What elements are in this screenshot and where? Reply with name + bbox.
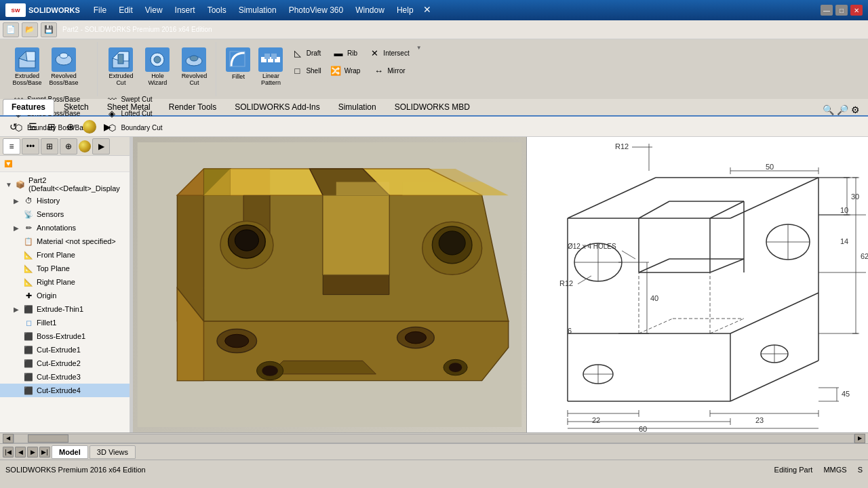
menu-file[interactable]: File [88, 4, 112, 16]
intersect-button[interactable]: ✕ Intersect [364, 45, 413, 61]
cut-extrude2-label: Cut-Extrude2 [37, 359, 124, 367]
panel-tab-custom[interactable]: ⊕ [60, 138, 77, 155]
drawing-view[interactable]: R12 Ø12 x 4 HOLES R12 50 [526, 137, 868, 432]
svg-text:110: 110 [673, 431, 685, 432]
tree-item-fillet1[interactable]: ◻ Fillet1 [0, 316, 130, 329]
front-plane-label: Front Plane [37, 251, 124, 259]
menu-insert[interactable]: Insert [170, 4, 201, 16]
tree-view-button[interactable]: ⊞ [43, 119, 60, 135]
more-features-arrow[interactable]: ▼ [416, 45, 422, 51]
search-filter-icon[interactable]: 🔎 [837, 104, 848, 115]
nav-last-button[interactable]: ▶| [39, 447, 50, 458]
menu-window[interactable]: Window [350, 4, 390, 16]
tab-features[interactable]: Features [3, 99, 54, 115]
tree-item-history[interactable]: ▶ ⏱ History [0, 194, 130, 207]
tab-sketch[interactable]: Sketch [55, 99, 98, 115]
svg-text:45: 45 [842, 390, 850, 398]
history-arrow: ▶ [14, 197, 20, 205]
menu-edit[interactable]: Edit [113, 4, 138, 16]
menu-tools[interactable]: Tools [202, 4, 232, 16]
linear-pattern-button[interactable]: LinearPattern [254, 45, 287, 92]
menu-simulation[interactable]: Simulation [233, 4, 282, 16]
tab-render-tools[interactable]: Render Tools [160, 99, 226, 115]
wrap-button[interactable]: 🔀 Wrap [326, 62, 365, 79]
tab-simulation[interactable]: Simulation [330, 99, 385, 115]
extruded-boss-button[interactable]: ExtrudedBoss/Base [9, 45, 45, 92]
svg-text:22: 22 [592, 416, 600, 424]
tab-model[interactable]: Model [52, 445, 88, 459]
tab-sheet-metal[interactable]: Sheet Metal [98, 99, 159, 115]
scroll-track[interactable] [14, 434, 854, 443]
shell-button[interactable]: □ Shell [287, 62, 325, 79]
appearance-sphere[interactable] [83, 120, 96, 134]
panel-expand-arrow[interactable]: ▶ [92, 138, 110, 155]
scroll-left-button[interactable]: ◀ [3, 434, 14, 443]
menu-help[interactable]: Help [391, 4, 419, 16]
rotate-view-button[interactable]: ↺ [5, 119, 22, 135]
linear-pattern-icon [258, 47, 283, 72]
revolved-cut-label: RevolvedCut [182, 73, 208, 87]
save-button[interactable]: 💾 [41, 22, 57, 37]
draft-button[interactable]: ◺ Draft [288, 45, 326, 61]
hole-wizard-button[interactable]: HoleWizard [140, 45, 175, 92]
tree-item-cut-extrude1[interactable]: ⬛ Cut-Extrude1 [0, 343, 130, 357]
tree-item-right-plane[interactable]: 📐 Right Plane [0, 275, 130, 289]
tree-item-origin[interactable]: ✚ Origin [0, 289, 130, 302]
tree-item-front-plane[interactable]: 📐 Front Plane [0, 248, 130, 262]
revolved-boss-button[interactable]: RevolvedBoss/Base [46, 45, 81, 92]
panel-tab-properties[interactable]: ••• [22, 138, 39, 155]
panel-appearance[interactable] [79, 140, 91, 152]
maximize-button[interactable]: □ [835, 5, 848, 16]
tree-item-boss-extrude1[interactable]: ⬛ Boss-Extrude1 [0, 329, 130, 343]
origin-icon: ✚ [23, 290, 34, 301]
list-view-button[interactable]: ☰ [24, 119, 41, 135]
tree-item-cut-extrude2[interactable]: ⬛ Cut-Extrude2 [0, 357, 130, 370]
status-left: SOLIDWORKS Premium 2016 x64 Edition [5, 466, 146, 474]
panel-tab-feature-manager[interactable]: ≡ [3, 138, 20, 155]
status-units: MMGS [823, 466, 846, 474]
svg-text:62: 62 [861, 252, 868, 260]
tree-item-cut-extrude4[interactable]: ⬛ Cut-Extrude4 [0, 384, 130, 397]
tree-item-extrude-thin1[interactable]: ▶ ⬛ Extrude-Thin1 [0, 302, 130, 316]
window-controls: — □ ✕ [821, 5, 863, 16]
new-file-button[interactable]: 📄 [3, 22, 19, 37]
expand-button[interactable]: ▶ [99, 119, 115, 135]
model-view[interactable] [133, 137, 526, 432]
search-icon[interactable]: 🔍 [823, 104, 834, 115]
tab-3d-views[interactable]: 3D Views [90, 445, 136, 459]
customize-icon[interactable]: ⚙ [851, 104, 860, 115]
nav-next-button[interactable]: ▶ [27, 447, 38, 458]
horizontal-scrollbar[interactable]: ◀ ▶ [0, 432, 868, 443]
menu-view[interactable]: View [140, 4, 168, 16]
minimize-button[interactable]: — [821, 5, 833, 16]
tree-item-material[interactable]: 📋 Material <not specified> [0, 235, 130, 248]
linear-pattern-label: LinearPattern [261, 73, 281, 87]
sensors-icon: 📡 [23, 209, 34, 220]
extruded-cut-button[interactable]: ExtrudedCut [103, 45, 138, 92]
tree-item-top-plane[interactable]: 📐 Top Plane [0, 262, 130, 275]
tree-item-cut-extrude3[interactable]: ⬛ Cut-Extrude3 [0, 370, 130, 384]
menu-photoview[interactable]: PhotoView 360 [283, 4, 349, 16]
status-mode: Editing Part [774, 466, 813, 474]
tree-item-annotations[interactable]: ▶ ✏ Annotations [0, 221, 130, 235]
revolved-cut-button[interactable]: RevolvedCut [176, 45, 212, 92]
mirror-button[interactable]: ↔ Mirror [368, 62, 409, 79]
filter-icon: 🔽 [4, 160, 12, 167]
tree-item-sensors[interactable]: 📡 Sensors [0, 207, 130, 221]
close-button-x[interactable]: ✕ [423, 4, 431, 16]
nav-first-button[interactable]: |◀ [3, 447, 14, 458]
tab-solidworks-addins[interactable]: SOLIDWORKS Add-Ins [226, 99, 328, 115]
tab-mbd[interactable]: SOLIDWORKS MBD [386, 99, 479, 115]
panel-tab-bar: ≡ ••• ⊞ ⊕ ▶ [0, 137, 130, 156]
svg-marker-48 [336, 182, 389, 196]
scroll-thumb[interactable] [28, 434, 68, 443]
scroll-right-button[interactable]: ▶ [854, 434, 865, 443]
rib-button[interactable]: ▬ Rib [328, 45, 361, 61]
open-file-button[interactable]: 📂 [22, 22, 38, 37]
smart-dimension-button[interactable]: ⊕ [62, 119, 79, 135]
nav-prev-button[interactable]: ◀ [15, 447, 26, 458]
fillet-button[interactable]: Fillet [222, 45, 254, 92]
part-root[interactable]: ▼ 📦 Part2 (Default<<Default>_Display [0, 175, 130, 194]
close-button[interactable]: ✕ [850, 5, 863, 16]
panel-tab-config[interactable]: ⊞ [41, 138, 58, 155]
